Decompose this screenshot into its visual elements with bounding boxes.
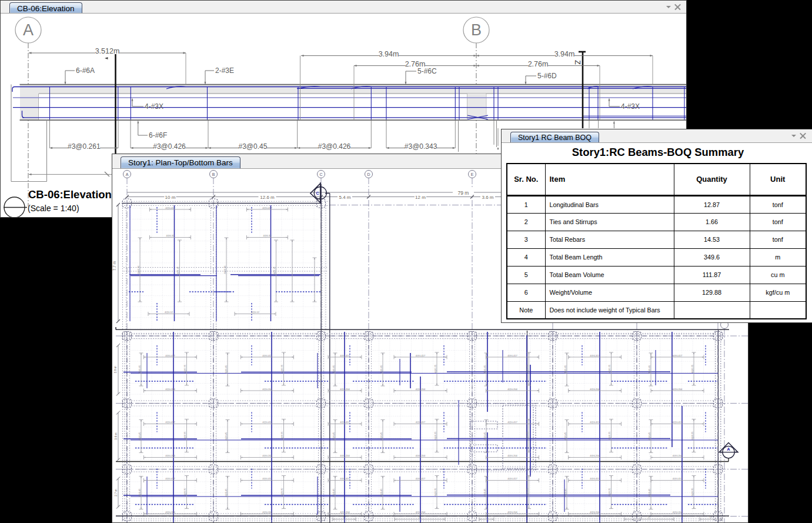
- svg-text:4@0.204: 4@0.204: [416, 511, 426, 514]
- svg-text:4@0.18: 4@0.18: [176, 267, 179, 275]
- svg-text:79 m: 79 m: [458, 190, 469, 196]
- svg-text:4@0.36: 4@0.36: [137, 265, 140, 274]
- svg-text:4@0.417: 4@0.417: [262, 206, 272, 209]
- svg-text:4@0.204: 4@0.204: [416, 388, 426, 391]
- svg-text:4@0.45: 4@0.45: [564, 432, 567, 441]
- svg-text:17: 17: [648, 516, 651, 519]
- svg-text:4@0.417: 4@0.417: [507, 477, 517, 480]
- svg-text:4-#3X: 4-#3X: [145, 102, 163, 111]
- svg-text:4@0.35: 4@0.35: [183, 364, 186, 373]
- svg-text:(Scale = 1:40): (Scale = 1:40): [28, 204, 79, 213]
- svg-text:A: A: [23, 21, 34, 39]
- svg-text:4@0.204: 4@0.204: [165, 388, 175, 391]
- svg-text:#3@0.261: #3@0.261: [68, 142, 101, 151]
- svg-text:4@0.45: 4@0.45: [648, 432, 651, 441]
- svg-text:4@0.45: 4@0.45: [225, 432, 228, 441]
- svg-text:2.7 m: 2.7 m: [114, 489, 118, 497]
- svg-text:4@0.417: 4@0.417: [340, 354, 350, 357]
- svg-text:2.76m: 2.76m: [528, 60, 549, 68]
- svg-text:4@0.35: 4@0.35: [526, 364, 529, 373]
- svg-text:4@0.204: 4@0.204: [673, 454, 683, 457]
- svg-text:4@0.45: 4@0.45: [225, 365, 228, 374]
- svg-text:2-#3E: 2-#3E: [215, 66, 234, 75]
- svg-text:3.94m: 3.94m: [554, 50, 575, 58]
- svg-text:4@0.417: 4@0.417: [416, 421, 426, 424]
- svg-text:#3@0.45: #3@0.45: [238, 142, 267, 151]
- svg-text:4@0.45: 4@0.45: [380, 432, 383, 441]
- svg-text:4@0.35: 4@0.35: [608, 364, 611, 373]
- svg-text:4@0.204: 4@0.204: [262, 388, 272, 391]
- svg-text:4@0.45: 4@0.45: [483, 488, 486, 497]
- svg-text:4@0.35: 4@0.35: [608, 488, 611, 497]
- svg-text:3.9 m: 3.9 m: [114, 366, 118, 374]
- svg-text:4@0.417: 4@0.417: [165, 354, 175, 357]
- svg-text:4@0.35: 4@0.35: [183, 431, 186, 440]
- svg-text:4@0.417: 4@0.417: [340, 421, 350, 424]
- svg-text:4@0.417: 4@0.417: [673, 477, 683, 480]
- svg-text:12.6 m: 12.6 m: [260, 195, 275, 200]
- svg-text:4@0.12: 4@0.12: [251, 311, 260, 314]
- svg-text:4@0.35: 4@0.35: [526, 488, 529, 497]
- svg-text:4@0.204: 4@0.204: [590, 511, 600, 514]
- svg-text:4@0.45: 4@0.45: [138, 432, 141, 441]
- svg-text:4@0.45: 4@0.45: [225, 488, 228, 497]
- svg-text:4@0.417: 4@0.417: [590, 477, 600, 480]
- svg-text:4@0.35: 4@0.35: [434, 488, 437, 497]
- svg-text:4@0.35: 4@0.35: [691, 364, 694, 373]
- svg-text:4@0.204: 4@0.204: [507, 511, 517, 514]
- svg-text:4@0.417: 4@0.417: [165, 206, 175, 209]
- svg-text:4@0.204: 4@0.204: [590, 388, 600, 391]
- svg-text:4@0.204: 4@0.204: [507, 388, 517, 391]
- svg-text:4@0.417: 4@0.417: [416, 477, 426, 480]
- svg-text:4@0.204: 4@0.204: [262, 511, 272, 514]
- svg-text:4@0.45: 4@0.45: [648, 365, 651, 374]
- svg-text:E: E: [471, 172, 474, 176]
- svg-text:4@0.417: 4@0.417: [416, 354, 426, 357]
- svg-text:#3@0.343: #3@0.343: [405, 142, 437, 151]
- svg-text:D: D: [367, 172, 370, 176]
- svg-text:4@0.204: 4@0.204: [590, 454, 600, 457]
- svg-text:4@0.32: 4@0.32: [263, 234, 272, 237]
- svg-text:4@0.204: 4@0.204: [165, 454, 175, 457]
- svg-text:4@0.45: 4@0.45: [332, 365, 335, 374]
- svg-text:4@0.35: 4@0.35: [691, 431, 694, 440]
- svg-text:4@0.417: 4@0.417: [673, 354, 683, 357]
- svg-text:17: 17: [710, 516, 713, 519]
- svg-text:4@0.417: 4@0.417: [507, 421, 517, 424]
- svg-text:3.9 m: 3.9 m: [114, 432, 118, 440]
- svg-text:4@0.204: 4@0.204: [340, 454, 350, 457]
- svg-text:4@0.45: 4@0.45: [332, 488, 335, 497]
- svg-text:4@0.45: 4@0.45: [564, 365, 567, 374]
- svg-text:4@0.45: 4@0.45: [380, 488, 383, 497]
- svg-text:4@0.45: 4@0.45: [138, 365, 141, 374]
- svg-text:C: C: [316, 191, 319, 195]
- svg-text:4@0.204: 4@0.204: [673, 388, 683, 391]
- svg-text:4@0.204: 4@0.204: [340, 388, 350, 391]
- svg-text:C: C: [319, 172, 322, 176]
- svg-text:17: 17: [343, 516, 346, 519]
- svg-text:4@0.45: 4@0.45: [483, 432, 486, 441]
- svg-text:17: 17: [419, 516, 422, 519]
- svg-text:#3@0.426: #3@0.426: [153, 142, 186, 151]
- svg-text:4@0.417: 4@0.417: [507, 354, 517, 357]
- svg-text:5-#6C: 5-#6C: [417, 67, 437, 75]
- svg-text:4@0.204: 4@0.204: [507, 454, 517, 457]
- svg-text:4@0.45: 4@0.45: [564, 488, 567, 497]
- svg-text:4@0.35: 4@0.35: [434, 431, 437, 440]
- svg-text:5-#6D: 5-#6D: [537, 72, 557, 80]
- svg-text:3.6 m: 3.6 m: [482, 195, 493, 200]
- svg-text:4-#3X: 4-#3X: [621, 102, 640, 111]
- svg-text:4@0.204: 4@0.204: [262, 454, 272, 457]
- svg-text:4@0.35: 4@0.35: [526, 431, 529, 440]
- svg-text:6-#6F: 6-#6F: [149, 131, 167, 139]
- svg-text:4@0.32: 4@0.32: [166, 234, 175, 237]
- svg-text:4@0.45: 4@0.45: [138, 488, 141, 497]
- svg-text:4@0.35: 4@0.35: [183, 488, 186, 497]
- svg-text:4@0.45: 4@0.45: [380, 365, 383, 374]
- svg-text:4@0.204: 4@0.204: [165, 511, 175, 514]
- svg-text:4@0.204: 4@0.204: [673, 511, 683, 514]
- svg-text:4@0.35: 4@0.35: [280, 431, 283, 440]
- svg-text:3.94m: 3.94m: [379, 50, 399, 58]
- svg-text:4@0.417: 4@0.417: [262, 477, 272, 480]
- svg-text:4@0.204: 4@0.204: [340, 511, 350, 514]
